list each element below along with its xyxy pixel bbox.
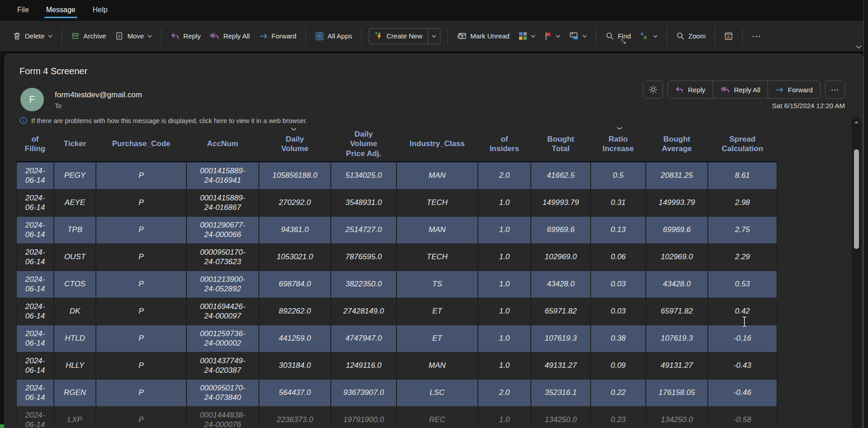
table-row[interactable]: 2024- 06-14PEGYP0001415889- 24-016941105… [16,162,777,190]
translate-button[interactable]: a [635,28,662,44]
reply-all-button-header[interactable]: Reply All [713,81,768,99]
table-cell: TECH [396,190,478,217]
table-cell: AEYE [54,190,96,217]
all-apps-button[interactable]: All Apps [310,28,357,45]
chevron-down-icon[interactable] [582,35,587,38]
table-cell: 0.5 [591,162,646,190]
table-cell: 2024- 06-14 [16,407,54,428]
ribbon-toolbar: Delete Archive Move Reply Reply All Forw… [0,21,868,51]
message-timestamp: Sat 6/15/2024 12:20 AM [772,102,845,109]
forward-button-header[interactable]: Forward [768,81,820,99]
table-cell: 564437.0 [259,380,331,407]
zoom-button[interactable]: Zoom [672,28,710,44]
separator [305,28,306,45]
table-cell: 0001437749- 24-020387 [186,352,259,380]
reply-all-arrow-icon [210,32,219,40]
to-label[interactable]: To [55,102,62,109]
table-cell: 0001290677- 24-000066 [186,217,259,244]
table-cell: MAN [396,352,478,380]
table-row[interactable]: 2024- 06-14TPBP0001290677- 24-0000669436… [16,217,777,244]
more-ellipsis-icon: ⋯ [831,85,839,95]
create-new-dropdown[interactable] [428,29,440,44]
reply-all-label: Reply All [734,86,760,94]
email-subject: Form 4 Screener [19,66,87,76]
svg-text:i: i [23,118,24,123]
categorize-button[interactable] [514,28,540,44]
column-header: of Filing [16,127,54,162]
chevron-down-icon[interactable] [653,35,658,38]
table-row[interactable]: 2024- 06-14DKP0001694426- 24-00009789226… [16,298,777,325]
table-cell: -0.16 [708,325,777,352]
dialog-launcher-icon[interactable] [621,39,626,44]
table-cell: 69969.6 [646,217,708,244]
separator [361,28,362,45]
zoom-label: Zoom [688,32,706,40]
table-row[interactable]: 2024- 06-14HLLYP0001437749- 24-020387303… [16,352,777,380]
forward-button[interactable]: Forward [254,28,301,44]
find-button[interactable]: Find [601,28,635,44]
table-row[interactable]: 2024- 06-14LXPP0001444838- 24-0000762236… [16,407,777,428]
chevron-down-icon[interactable] [48,35,52,38]
table-cell: 2.29 [708,244,777,271]
table-row[interactable]: 2024- 06-14HTLDP0001259736- 24-000002441… [16,325,777,352]
rules-button[interactable] [565,28,591,44]
table-cell: 0.09 [591,352,646,380]
table-cell: 2024- 06-14 [16,352,54,380]
archive-icon [71,32,80,40]
table-cell: 107619.3 [646,325,708,352]
table-cell: 1.0 [478,325,531,352]
table-row[interactable]: 2024- 06-14AEYEP0001415889- 24-016867270… [16,190,777,217]
separator [161,28,162,45]
table-cell: MAN [396,162,478,190]
column-header: Ratio Increase [591,127,646,162]
display-problems-banner[interactable]: i If there are problems with how this me… [19,117,307,124]
reply-button-header[interactable]: Reply [668,81,713,99]
menu-item-help[interactable]: Help [92,3,109,18]
table-cell: 93673907.0 [331,380,396,407]
archive-button[interactable]: Archive [67,28,110,44]
table-cell: ET [396,325,478,352]
reply-all-button[interactable]: Reply All [205,28,254,44]
delete-button[interactable]: Delete [8,28,57,44]
table-cell: 892262.0 [259,298,331,325]
form4-data-table[interactable]: of FilingTickerPurchase_CodeAccNumDaily … [16,127,777,428]
scroll-up-arrow-icon[interactable] [854,120,859,124]
scrollbar-thumb[interactable] [854,149,859,249]
table-cell: 0001213900- 24-052892 [186,271,259,298]
report-button[interactable] [720,28,738,45]
separator [62,28,62,45]
chevron-down-icon[interactable] [148,35,152,38]
create-new-split-button[interactable]: Create New [369,28,440,44]
more-options-button[interactable]: ⋯ [747,27,766,46]
menu-item-message[interactable]: Message [45,3,76,18]
more-ellipsis-icon: ⋯ [752,31,761,42]
vertical-scrollbar[interactable] [852,117,861,428]
chevron-down-icon[interactable] [531,35,535,38]
move-button[interactable]: Move [110,28,157,44]
collapse-ribbon-chevron-icon[interactable] [856,45,862,49]
sender-avatar[interactable]: F [20,88,44,111]
menu-item-file[interactable]: File [16,3,30,18]
table-cell: 3548931.0 [331,190,396,217]
sender-email[interactable]: form4testdev@gmail.com [55,90,142,100]
table-cell: 27428149.0 [331,298,396,325]
chevron-down-icon[interactable] [556,35,560,38]
column-header: Ticker [54,127,96,162]
forward-arrow-icon [775,86,784,93]
mark-unread-button[interactable]: Mark Unread [453,28,514,44]
table-cell: P [96,190,186,217]
table-row[interactable]: 2024- 06-14CTOSP0001213900- 24-052892698… [16,271,777,298]
table-row[interactable]: 2024- 06-14OUSTP0000950170- 24-073623105… [16,244,777,271]
table-cell: 1.0 [478,190,531,217]
search-icon [606,32,614,40]
sunlight-toggle-button[interactable] [643,81,663,99]
separator [742,28,743,45]
table-row[interactable]: 2024- 06-14RGENP0000950170- 24-073840564… [16,380,777,407]
more-message-actions-button[interactable]: ⋯ [825,81,845,99]
separator [715,28,715,45]
reply-button[interactable]: Reply [166,28,205,44]
apps-grid-icon [315,32,324,41]
all-apps-label: All Apps [328,32,352,40]
flag-button[interactable] [540,28,565,44]
table-cell: MAN [396,217,478,244]
